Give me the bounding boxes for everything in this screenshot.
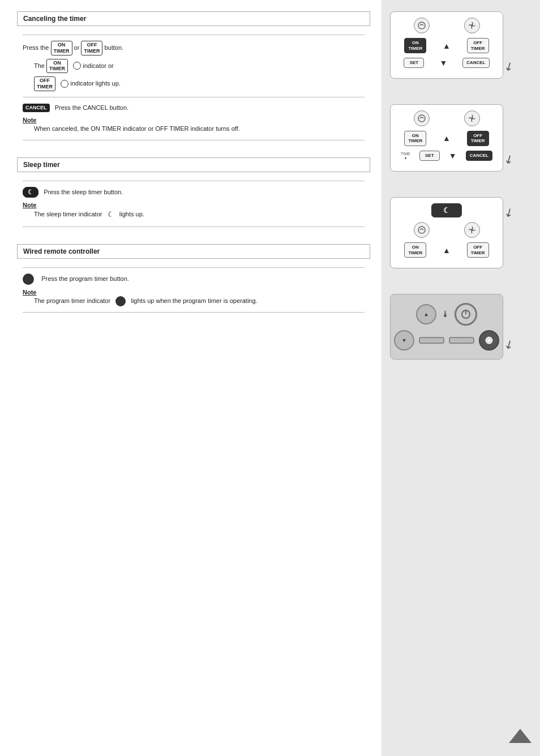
step2-text: CANCEL Press the CANCEL button. bbox=[23, 103, 365, 113]
step2: CANCEL Press the CANCEL button. Note Whe… bbox=[23, 103, 365, 134]
set-btn-2: SET bbox=[419, 151, 440, 161]
note-area: Note When canceled, the ON TIMER indicat… bbox=[23, 116, 365, 134]
wired-step1-text: Press the program timer button. bbox=[23, 274, 365, 285]
sleep-remote-wrapper: ☾ bbox=[390, 197, 503, 269]
wired-note-label: Note bbox=[23, 289, 36, 296]
svg-point-2 bbox=[418, 115, 425, 122]
wired-section-title: Wired remote controller bbox=[23, 247, 100, 255]
sleep-btn-inline: ☾ bbox=[23, 187, 38, 198]
wired-pointer: ↙ bbox=[501, 336, 516, 353]
circle-mode-icon-2 bbox=[417, 114, 426, 123]
sleep-step1: ☾ Press the sleep timer button. Note The… bbox=[23, 187, 365, 221]
sleep-step1-text: ☾ Press the sleep timer button. bbox=[23, 187, 365, 198]
fan-icon-1 bbox=[468, 21, 477, 30]
sleep-arrow-up: ▲ bbox=[443, 246, 451, 255]
wired-fan-btn bbox=[449, 337, 474, 344]
timer-cancel-header: Canceling the timer bbox=[17, 11, 370, 26]
remote-row-set-2: TIME● SET ▼ CANCEL bbox=[396, 151, 497, 161]
wired-down-btn: ▼ bbox=[394, 330, 414, 351]
sleep-section-title: Sleep timer bbox=[23, 161, 60, 169]
arrow-down-btn-1: ▼ bbox=[439, 58, 447, 67]
off-timer-inline-btn: OFFTIMER bbox=[81, 41, 102, 55]
remote-row-icons-1 bbox=[396, 18, 497, 33]
arrow-up-btn-2: ▲ bbox=[443, 134, 451, 143]
svg-point-4 bbox=[418, 227, 425, 233]
time-dot-indicator: TIME● bbox=[401, 152, 410, 160]
wired-note-area: Note The program timer indicator lights … bbox=[23, 288, 365, 306]
fan-icon-2 bbox=[468, 114, 477, 123]
power-icon bbox=[460, 309, 472, 320]
remote-diagram-2: ONTIMER ▲ OFFTIMER TIME● SET ▼ CANCEL bbox=[390, 104, 503, 172]
note-label: Note bbox=[23, 117, 36, 123]
cancel-btn-inline: CANCEL bbox=[23, 104, 50, 112]
bottom-nav-arrow[interactable] bbox=[390, 729, 532, 745]
circle-mode-icon-1 bbox=[417, 21, 426, 30]
sleep-btn-row: ☾ bbox=[396, 203, 497, 218]
wired-power-btn bbox=[455, 303, 477, 326]
off-timer-btn-2: OFFTIMER bbox=[467, 131, 489, 146]
sleep-row-timers: ONTIMER ▲ OFFTIMER bbox=[396, 242, 497, 258]
wired-remote-section: Wired remote controller Press the progra… bbox=[17, 244, 370, 313]
program-timer-icon bbox=[485, 336, 494, 345]
sleep-on-timer-btn: ONTIMER bbox=[404, 242, 426, 258]
sidebar-wired-remote: ▲ 🌡 ▼ bbox=[390, 294, 532, 360]
off-clock-icon bbox=[61, 80, 68, 88]
circle-mode-icon-3 bbox=[417, 225, 426, 234]
sleep-fan-icon bbox=[464, 222, 480, 238]
off-inline: OFFTIMER bbox=[34, 76, 55, 91]
remote-diagram-1: ONTIMER ▲ OFFTIMER SET ▼ CANCEL bbox=[390, 11, 503, 79]
wired-remote-header: Wired remote controller bbox=[17, 244, 370, 259]
arrow-up-btn-1: ▲ bbox=[443, 41, 451, 50]
remote-diagram-1-wrapper: ONTIMER ▲ OFFTIMER SET ▼ CANCEL ↙ bbox=[390, 11, 503, 79]
wired-up-btn: ▲ bbox=[416, 304, 436, 324]
rc-fan-icon-2 bbox=[464, 110, 480, 126]
pointer-2: ↙ bbox=[501, 151, 516, 167]
up-arrow-icon bbox=[509, 729, 532, 743]
note-text: When canceled, the ON TIMER indicator or… bbox=[34, 124, 365, 134]
wired-program-btn bbox=[479, 330, 499, 351]
wired-mode-btn bbox=[419, 337, 444, 344]
sidebar-sleep-remote: ☾ bbox=[390, 197, 532, 269]
sidebar-remote-1: ONTIMER ▲ OFFTIMER SET ▼ CANCEL ↙ bbox=[390, 11, 532, 79]
sleep-indicator-icon: ☾ bbox=[108, 209, 114, 221]
wired-remote-diagram: ▲ 🌡 ▼ bbox=[390, 294, 503, 360]
cancel-btn-2: CANCEL bbox=[466, 151, 492, 161]
step1-text: Press the ONTIMER or OFFTIMER button. bbox=[23, 41, 365, 55]
off-timer-btn-1: OFFTIMER bbox=[467, 38, 489, 53]
wired-bottom-row: ▼ bbox=[394, 330, 499, 351]
wired-indicator-icon bbox=[115, 296, 126, 306]
rc-circle-icon-1 bbox=[414, 18, 430, 33]
sleep-note-area: Note The sleep timer indicator ☾ lights … bbox=[23, 201, 365, 221]
arrow-down-btn-2: ▼ bbox=[449, 151, 457, 160]
sleep-off-timer-btn: OFFTIMER bbox=[467, 242, 489, 258]
wired-step1: Press the program timer button. Note The… bbox=[23, 274, 365, 306]
on-timer-btn-1: ONTIMER bbox=[404, 38, 426, 53]
rc-fan-icon-1 bbox=[464, 18, 480, 33]
sleep-remote-diagram: ☾ bbox=[390, 197, 503, 269]
step1: Press the ONTIMER or OFFTIMER button. Th… bbox=[23, 41, 365, 91]
wired-remote-wrapper: ▲ 🌡 ▼ bbox=[390, 294, 503, 360]
wired-thermo-icon: 🌡 bbox=[441, 309, 450, 319]
remote-row-timers-1: ONTIMER ▲ OFFTIMER bbox=[396, 38, 497, 53]
sleep-pointer: ↙ bbox=[501, 204, 516, 220]
sleep-note-text: The sleep timer indicator ☾ lights up. bbox=[34, 209, 365, 221]
right-sidebar: ONTIMER ▲ OFFTIMER SET ▼ CANCEL ↙ bbox=[382, 0, 540, 756]
on-clock-icon bbox=[73, 62, 81, 70]
set-btn-1: SET bbox=[404, 58, 424, 68]
on-timer-btn-2: ONTIMER bbox=[404, 131, 426, 146]
cancel-btn-1: CANCEL bbox=[462, 58, 489, 68]
pointer-1: ↙ bbox=[501, 58, 516, 74]
sleep-row-icons bbox=[396, 222, 497, 238]
sleep-timer-header: Sleep timer bbox=[17, 157, 370, 172]
step1-sub: The ONTIMER indicator or bbox=[34, 59, 365, 74]
section-title: Canceling the timer bbox=[23, 15, 86, 23]
sleep-circle-icon bbox=[414, 222, 430, 238]
remote-row-set-1: SET ▼ CANCEL bbox=[396, 58, 497, 68]
remote-row-timers-2: ONTIMER ▲ OFFTIMER bbox=[396, 131, 497, 146]
remote-diagram-2-wrapper: ONTIMER ▲ OFFTIMER TIME● SET ▼ CANCEL ↙ bbox=[390, 104, 503, 172]
step1-sub2: OFFTIMER indicator lights up. bbox=[34, 76, 365, 91]
sleep-timer-section: Sleep timer ☾ Press the sleep timer butt… bbox=[17, 157, 370, 227]
fan-icon-3 bbox=[468, 225, 477, 234]
rc-circle-icon-2 bbox=[414, 110, 430, 126]
svg-point-0 bbox=[418, 22, 425, 29]
